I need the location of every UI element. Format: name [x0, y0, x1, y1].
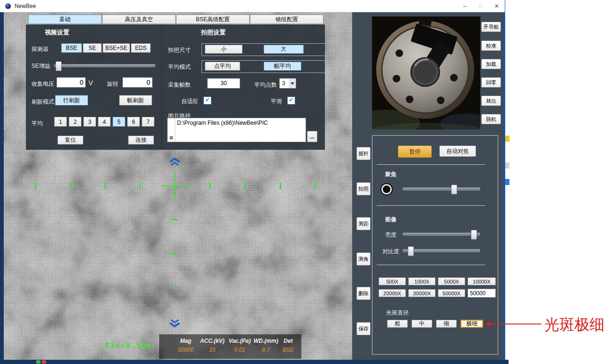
spot-fine-button[interactable]: 细 — [436, 320, 457, 328]
detector-se-button[interactable]: SE — [83, 43, 102, 53]
save-button[interactable]: 保存 — [356, 322, 371, 335]
frames-input[interactable] — [207, 78, 240, 89]
minimize-button[interactable]: – — [457, 0, 473, 12]
detector-bse-se-button[interactable]: BSE+SE — [103, 43, 130, 53]
open-navigation-button[interactable]: 开导航 — [481, 22, 501, 32]
chevron-up-icon[interactable] — [169, 158, 180, 166]
joystick-button[interactable]: 摇杆 — [356, 147, 371, 160]
collect-voltage-input[interactable] — [57, 77, 86, 88]
config-panel: 视频设置 探测器 BSE SE BSE+SE EDS SE增益 收集电压 V 旋… — [26, 24, 325, 150]
contrast-slider-track[interactable] — [403, 249, 480, 252]
average-3-button[interactable]: 3 — [83, 117, 96, 127]
adaptive-checkbox[interactable]: ✓ — [203, 97, 211, 105]
photo-size-large-button[interactable]: 大 — [264, 45, 304, 54]
return-zero-button[interactable]: 回零 — [481, 77, 501, 88]
average-6-button[interactable]: 6 — [127, 117, 140, 127]
load-button[interactable]: 加载 — [481, 59, 501, 69]
tab-bse-advanced[interactable]: BSE高级配置 — [176, 15, 250, 24]
mag-30000x-button[interactable]: 30000X — [408, 289, 436, 297]
mag-value-input[interactable] — [468, 289, 496, 298]
taskbar-icon[interactable] — [36, 360, 40, 364]
se-gain-slider-track[interactable] — [54, 64, 155, 67]
tab-hv-vacuum[interactable]: 高压及真空 — [102, 15, 176, 24]
in-position-button[interactable]: 就位 — [481, 96, 501, 106]
info-header: WD.(mm) — [253, 338, 279, 344]
spot-medium-button[interactable]: 中 — [412, 320, 432, 328]
refresh-frame-button[interactable]: 帧刷新 — [119, 95, 152, 105]
adaptive-label: 自适应 — [181, 97, 198, 105]
mag-1000x-button[interactable]: 1000X — [408, 277, 436, 285]
refresh-line-button[interactable]: 行刷新 — [55, 95, 88, 105]
connect-button[interactable]: 连接 — [128, 136, 154, 145]
measure-angle-button[interactable]: 测角 — [356, 252, 371, 266]
photo-settings-title: 拍照设置 — [201, 28, 226, 37]
image-label: 图像 — [385, 216, 396, 224]
scale-tick — [171, 287, 178, 289]
tab-basic[interactable]: 基础 — [28, 15, 102, 24]
background-artifact — [505, 136, 509, 142]
mag-5000x-button[interactable]: 5000X — [438, 277, 465, 285]
rotation-input[interactable] — [122, 77, 153, 88]
scale-div-label: Div:0.5μm — [105, 341, 152, 350]
rotation-label: 旋转 — [107, 80, 118, 88]
spot-diameter-label: 光斑直径 — [386, 309, 409, 317]
close-button[interactable]: ✕ — [489, 0, 505, 12]
taskbar-icon[interactable] — [42, 360, 46, 364]
spot-extra-fine-button[interactable]: 极细 — [460, 320, 483, 328]
photo-size-small-button[interactable]: 小 — [205, 45, 242, 54]
scale-tick — [35, 183, 36, 189]
info-value: 0.01 — [226, 347, 253, 353]
measure-distance-button[interactable]: 测距 — [356, 217, 371, 230]
average-2-button[interactable]: 2 — [69, 117, 81, 127]
spot-coarse-button[interactable]: 粗 — [387, 320, 408, 328]
calibrate-button[interactable]: 校准 — [481, 40, 501, 51]
smooth-checkbox[interactable]: ✓ — [287, 97, 295, 105]
focus-record-icon[interactable] — [380, 183, 393, 195]
offline-button[interactable]: 脱机 — [481, 114, 501, 124]
contrast-slider-thumb[interactable] — [408, 246, 414, 256]
brightness-slider-thumb[interactable] — [471, 230, 477, 240]
brightness-slider-track[interactable] — [403, 233, 480, 236]
se-gain-label: SE增益 — [32, 62, 50, 70]
info-header: Mag — [173, 338, 198, 344]
info-value: 15 — [198, 347, 226, 353]
mag-10000x-button[interactable]: 10000X — [468, 277, 496, 285]
annotation-line — [490, 324, 541, 324]
avg-point-button[interactable]: 点平均 — [205, 62, 240, 71]
info-det: Det BSE — [279, 338, 298, 359]
maximize-button[interactable]: □ — [473, 0, 489, 12]
info-value: 8.7 — [253, 347, 279, 353]
average-5-button[interactable]: 5 — [113, 117, 125, 127]
focus-slider-thumb[interactable] — [451, 185, 457, 194]
delete-button[interactable]: 删除 — [356, 287, 371, 300]
background-artifact — [505, 179, 509, 185]
se-gain-slider-thumb[interactable] — [56, 61, 62, 71]
points-dropdown[interactable]: 3 — [279, 78, 296, 89]
pause-button[interactable]: 暂停 — [398, 146, 432, 158]
mag-500x-button[interactable]: 500X — [379, 277, 406, 285]
scale-tick — [244, 183, 246, 189]
average-4-button[interactable]: 4 — [98, 117, 111, 127]
chevron-down-icon[interactable] — [169, 319, 180, 327]
autofocus-button[interactable]: 自动对焦 — [439, 146, 476, 157]
tab-lens-config[interactable]: 镜组配置 — [250, 15, 323, 24]
mag-50000x-button[interactable]: 50000X — [438, 289, 465, 297]
average-1-button[interactable]: 1 — [54, 117, 67, 127]
contrast-label: 对比度 — [382, 248, 399, 256]
capture-button[interactable]: 拍照 — [356, 182, 371, 195]
detector-bse-button[interactable]: BSE — [61, 43, 82, 53]
detector-eds-button[interactable]: EDS — [131, 43, 151, 53]
avg-frame-button[interactable]: 帧平均 — [264, 62, 301, 71]
mag-20000x-button[interactable]: 20000X — [379, 289, 406, 297]
sem-viewport[interactable]: Div:0.5μm Mag 50000 ACC.(kV) 15 Vac.(Pa)… — [4, 12, 352, 360]
path-value: D:\Program Files (x86)\NewBee\PIC — [175, 118, 270, 142]
browse-button[interactable]: ... — [307, 131, 317, 142]
taskbar — [0, 360, 509, 364]
focus-label: 聚焦 — [385, 170, 396, 178]
window-title: NewBee — [15, 3, 36, 9]
focus-slider-track[interactable] — [403, 187, 480, 191]
average-7-button[interactable]: 7 — [142, 117, 154, 127]
reset-button[interactable]: 复位 — [57, 136, 83, 145]
path-box[interactable]: ▦ D:\Program Files (x86)\NewBee\PIC — [167, 118, 306, 142]
dropdown-arrow-icon[interactable] — [289, 79, 296, 88]
